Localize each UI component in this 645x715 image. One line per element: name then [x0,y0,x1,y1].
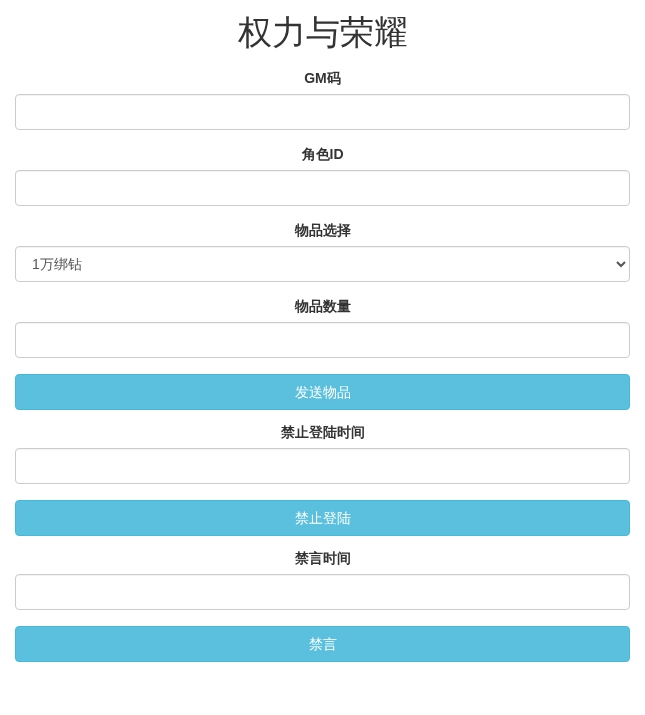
role-id-input[interactable] [15,170,630,206]
item-select-group: 物品选择 1万绑钻 [15,222,630,282]
item-qty-input[interactable] [15,322,630,358]
page-title: 权力与荣耀 [15,10,630,56]
mute-time-input[interactable] [15,574,630,610]
role-id-label: 角色ID [15,146,630,164]
role-id-group: 角色ID [15,146,630,206]
mute-time-label: 禁言时间 [15,550,630,568]
form-container: 权力与荣耀 GM码 角色ID 物品选择 1万绑钻 物品数量 发送物品 禁止登陆时… [0,10,645,662]
item-qty-label: 物品数量 [15,298,630,316]
send-item-button[interactable]: 发送物品 [15,374,630,410]
mute-time-group: 禁言时间 [15,550,630,610]
gm-code-label: GM码 [15,70,630,88]
item-qty-group: 物品数量 [15,298,630,358]
ban-login-time-label: 禁止登陆时间 [15,424,630,442]
ban-login-time-input[interactable] [15,448,630,484]
item-select-dropdown[interactable]: 1万绑钻 [15,246,630,282]
gm-code-input[interactable] [15,94,630,130]
ban-login-button[interactable]: 禁止登陆 [15,500,630,536]
ban-login-time-group: 禁止登陆时间 [15,424,630,484]
mute-button[interactable]: 禁言 [15,626,630,662]
item-select-label: 物品选择 [15,222,630,240]
gm-code-group: GM码 [15,70,630,130]
